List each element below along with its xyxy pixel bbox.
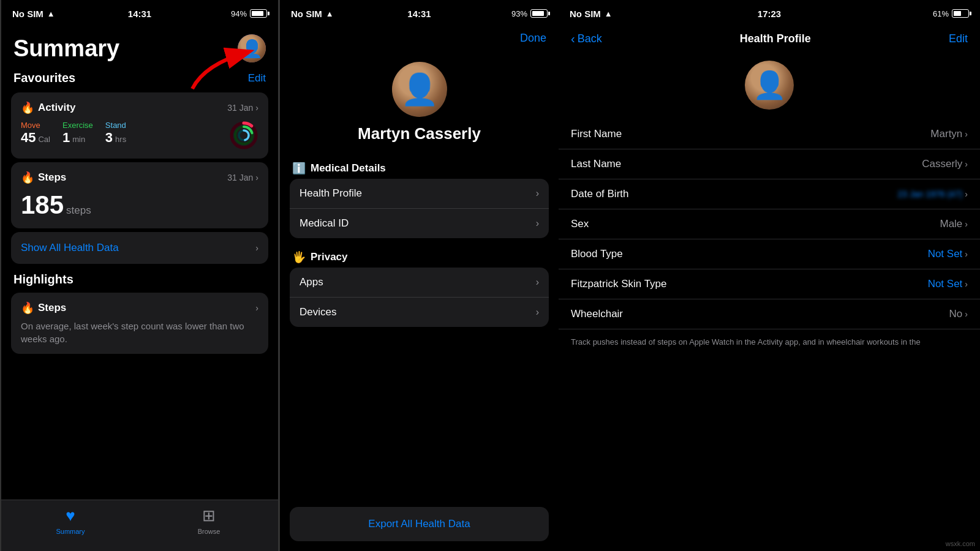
activity-chevron: › bbox=[255, 103, 258, 113]
back-button[interactable]: ‹ Back bbox=[571, 32, 602, 46]
activity-card-header: 🔥 Activity 31 Jan › bbox=[21, 101, 258, 114]
battery-icon-3 bbox=[952, 9, 969, 18]
activity-card[interactable]: 🔥 Activity 31 Jan › Move 45 Cal Exe bbox=[11, 92, 268, 159]
screen2-nav: Done bbox=[280, 27, 559, 50]
flame-icon-highlight: 🔥 bbox=[21, 301, 34, 315]
stand-stat: Stand 3 hrs bbox=[105, 121, 126, 150]
medical-id-chevron: › bbox=[536, 218, 539, 229]
status-bar-1: No SIM ▲ 14:31 94% bbox=[1, 0, 278, 27]
phone-screen-3: No SIM ▲ 17:23 61% ‹ Back Health Profile… bbox=[559, 0, 980, 551]
devices-chevron: › bbox=[536, 307, 539, 318]
tab-bar-1: ♥ Summary ⊞ Browse bbox=[1, 500, 278, 551]
apps-label: Apps bbox=[300, 276, 323, 288]
battery-pct-3: 61% bbox=[933, 9, 949, 18]
back-chevron-icon: ‹ bbox=[571, 32, 575, 46]
health-profile-nav-title: Health Profile bbox=[740, 32, 811, 45]
no-sim-label-2: No SIM bbox=[291, 9, 322, 19]
highlight-chevron: › bbox=[255, 303, 258, 313]
spacer bbox=[280, 331, 559, 497]
medical-id-label: Medical ID bbox=[300, 217, 349, 230]
steps-chevron: › bbox=[255, 173, 258, 182]
wheelchair-chevron: › bbox=[965, 309, 968, 319]
apps-item[interactable]: Apps › bbox=[290, 268, 549, 298]
phone-screen-1: No SIM ▲ 14:31 94% Summary bbox=[0, 0, 279, 551]
phone-screen-2: No SIM ▲ 14:31 93% Done 👤 Martyn Casserl… bbox=[279, 0, 559, 551]
highlights-label: Highlights bbox=[1, 268, 278, 289]
info-icon: ℹ️ bbox=[292, 162, 306, 175]
highlight-card[interactable]: 🔥 Steps › On average, last week's step c… bbox=[11, 293, 268, 354]
status-bar-2: No SIM ▲ 14:31 93% bbox=[280, 0, 559, 27]
highlight-header: 🔥 Steps › bbox=[21, 301, 258, 315]
summary-header: Summary bbox=[1, 27, 278, 67]
status-right-1: 94% bbox=[231, 9, 267, 18]
skin-type-chevron: › bbox=[965, 279, 968, 289]
health-profile-avatar[interactable]: 👤 bbox=[745, 61, 794, 110]
field-first-name[interactable]: First Name Martyn › bbox=[559, 119, 980, 149]
activity-ring bbox=[229, 121, 258, 150]
favourites-header: Favourites Edit bbox=[1, 67, 278, 89]
status-time-3: 17:23 bbox=[758, 9, 781, 19]
tab-browse[interactable]: ⊞ Browse bbox=[140, 506, 278, 535]
hand-icon: 🖐 bbox=[292, 250, 306, 264]
edit-link[interactable]: Edit bbox=[248, 72, 266, 84]
field-wheelchair[interactable]: Wheelchair No › bbox=[559, 299, 980, 329]
flame-icon-activity: 🔥 bbox=[21, 101, 34, 114]
status-right-3: 61% bbox=[933, 9, 969, 18]
health-profile-chevron: › bbox=[536, 188, 539, 199]
health-profile-label: Health Profile bbox=[300, 187, 362, 200]
steps-date: 31 Jan › bbox=[227, 173, 258, 182]
field-blood-type[interactable]: Blood Type Not Set › bbox=[559, 239, 980, 269]
devices-item[interactable]: Devices › bbox=[290, 298, 549, 327]
export-btn[interactable]: Export All Health Data bbox=[368, 518, 470, 530]
summary-title: Summary bbox=[13, 36, 119, 62]
avatar-container[interactable] bbox=[238, 34, 266, 62]
medical-details-header: ℹ️ Medical Details bbox=[280, 153, 559, 179]
health-profile-avatar-emoji: 👤 bbox=[753, 72, 786, 99]
profile-fields: First Name Martyn › Last Name Casserly ›… bbox=[559, 119, 980, 329]
first-name-chevron: › bbox=[965, 129, 968, 139]
apps-chevron: › bbox=[536, 277, 539, 288]
battery-pct-2: 93% bbox=[511, 9, 527, 18]
highlight-body: On average, last week's step count was l… bbox=[21, 320, 258, 345]
show-all-btn[interactable]: Show All Health Data › bbox=[11, 232, 268, 264]
screen3-nav: ‹ Back Health Profile Edit bbox=[559, 27, 980, 51]
blood-type-chevron: › bbox=[965, 249, 968, 259]
profile-avatar[interactable]: 👤 bbox=[392, 62, 447, 117]
health-profile-item[interactable]: Health Profile › bbox=[290, 179, 549, 209]
devices-label: Devices bbox=[300, 306, 336, 318]
last-name-chevron: › bbox=[965, 159, 968, 169]
profile-note: Track pushes instead of steps on Apple W… bbox=[559, 329, 980, 355]
status-bar-3: No SIM ▲ 17:23 61% bbox=[559, 0, 980, 27]
medical-id-item[interactable]: Medical ID › bbox=[290, 209, 549, 238]
wifi-icon-2: ▲ bbox=[326, 9, 334, 18]
avatar[interactable] bbox=[238, 34, 266, 62]
done-button[interactable]: Done bbox=[520, 32, 546, 45]
move-stat: Move 45 Cal bbox=[21, 121, 50, 150]
highlight-title: 🔥 Steps bbox=[21, 301, 66, 315]
field-dob[interactable]: Date of Birth 23 Jan 1976 (47) › bbox=[559, 179, 980, 209]
avatar-face bbox=[238, 34, 266, 62]
screen1-content: Summary Favourites Edit bbox=[1, 27, 278, 500]
status-time-2: 14:31 bbox=[407, 9, 431, 19]
tab-summary[interactable]: ♥ Summary bbox=[1, 506, 140, 535]
status-left-2: No SIM ▲ bbox=[291, 9, 334, 19]
export-btn-container[interactable]: Export All Health Data bbox=[290, 507, 549, 541]
edit-button[interactable]: Edit bbox=[949, 32, 968, 45]
field-last-name[interactable]: Last Name Casserly › bbox=[559, 149, 980, 179]
field-skin-type[interactable]: Fitzpatrick Skin Type Not Set › bbox=[559, 269, 980, 299]
steps-card[interactable]: 🔥 Steps 31 Jan › 185 steps bbox=[11, 162, 268, 228]
profile-name: Martyn Casserly bbox=[358, 124, 481, 143]
heart-icon: ♥ bbox=[66, 506, 75, 525]
show-all-chevron: › bbox=[255, 243, 258, 253]
dob-chevron: › bbox=[965, 189, 968, 199]
tab-summary-label: Summary bbox=[56, 528, 85, 535]
privacy-header: 🖐 Privacy bbox=[280, 242, 559, 268]
privacy-list-group: Apps › Devices › bbox=[290, 268, 549, 327]
sex-chevron: › bbox=[965, 219, 968, 229]
field-sex[interactable]: Sex Male › bbox=[559, 209, 980, 239]
activity-date: 31 Jan › bbox=[227, 103, 258, 113]
profile-avatar-emoji: 👤 bbox=[401, 74, 439, 105]
activity-stats: Move 45 Cal Exercise 1 min Stand bbox=[21, 121, 258, 150]
status-right-2: 93% bbox=[511, 9, 548, 18]
grid-icon: ⊞ bbox=[202, 506, 216, 525]
